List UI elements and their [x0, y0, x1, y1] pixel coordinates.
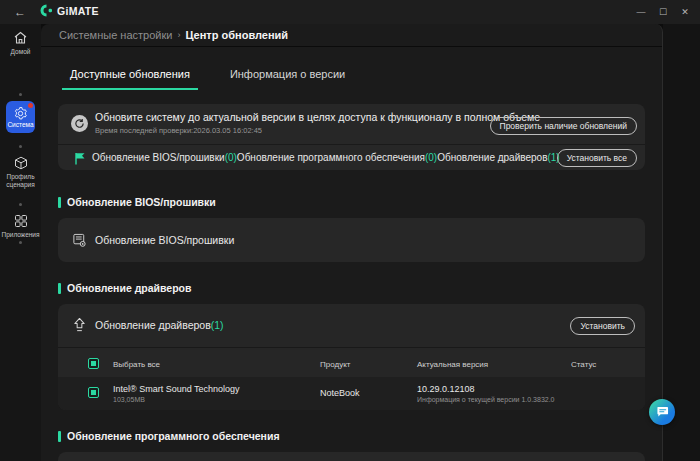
select-all-label: Выбрать все: [113, 360, 160, 369]
install-all-button[interactable]: Установить все: [557, 149, 637, 167]
last-check-time: Время последней проверки:2026.03.05 16:0…: [95, 126, 540, 135]
update-banner-card: Обновите систему до актуальной версии в …: [58, 104, 645, 170]
sidebar-item-scenario-profile[interactable]: Профиль сценария: [0, 156, 41, 189]
sidebar-item-label: Профиль сценария: [3, 173, 39, 189]
title-bar: ← GiMATE — ☐ ✕: [0, 0, 700, 24]
check-updates-button[interactable]: Проверить наличие обновлений: [490, 117, 637, 135]
summary-bios-label: Обновление BIOS/прошивки: [92, 152, 225, 163]
sync-icon: [71, 115, 88, 132]
notification-dot: [28, 103, 33, 108]
sidebar-item-label: Домой: [11, 48, 31, 56]
drivers-card-header: Обновление драйверов(1) Установить: [58, 304, 645, 347]
driver-upload-icon: [72, 317, 87, 333]
update-summary-text: Обновление BIOS/прошивки(0)Обновление пр…: [92, 152, 560, 163]
main-content: Системные настройки › Центр обновлений Д…: [41, 24, 663, 461]
summary-software-label: Обновление программного обеспечения: [237, 152, 425, 163]
right-gutter: [663, 24, 700, 461]
minimize-icon[interactable]: —: [630, 0, 652, 24]
tab-version-info[interactable]: Информация о версии: [222, 62, 353, 90]
sidebar-separator-dot: [19, 145, 22, 148]
gimate-logo-icon: [40, 4, 53, 17]
apps-grid-icon: [14, 214, 28, 228]
sidebar-item-label: Система: [7, 121, 33, 128]
cube-icon: [14, 156, 28, 170]
sidebar-item-system[interactable]: Система: [6, 101, 35, 133]
sidebar-item-label: Приложения: [1, 231, 39, 239]
drivers-section-header: Обновление драйверов: [58, 282, 191, 294]
window-controls: — ☐ ✕: [630, 0, 696, 24]
support-chat-button[interactable]: [649, 399, 675, 425]
sidebar-nav: Домой Система Профиль сценария: [0, 24, 41, 461]
home-icon: [13, 31, 28, 45]
bios-card-title: Обновление BIOS/прошивки: [95, 234, 234, 246]
driver-current-version: Информация о текущей версии 1.0.3832.0: [417, 396, 555, 403]
section-title: Обновление драйверов: [67, 282, 191, 294]
summary-drivers-label: Обновление драйверов: [437, 152, 547, 163]
sidebar-separator-dot: [19, 203, 22, 206]
driver-version-cell: 10.29.0.12108 Информация о текущей верси…: [417, 384, 555, 403]
drivers-count: (1): [211, 319, 224, 331]
column-status: Статус: [571, 360, 596, 369]
flag-icon: [74, 152, 86, 165]
bios-section-header: Обновление BIOS/прошивки: [58, 196, 216, 208]
summary-software-count: (0): [425, 152, 437, 163]
breadcrumb-separator: ›: [177, 30, 180, 40]
bios-update-card[interactable]: Обновление BIOS/прошивки: [58, 218, 645, 262]
app-logo: GiMATE: [40, 4, 99, 17]
sidebar-item-home[interactable]: Домой: [0, 31, 41, 56]
driver-table-row[interactable]: Intel® Smart Sound Technology 103,05MB N…: [58, 377, 645, 410]
driver-product-cell: NoteBook: [320, 388, 360, 398]
section-accent-bar: [58, 283, 61, 294]
sidebar-item-apps[interactable]: Приложения: [0, 214, 41, 239]
section-accent-bar: [58, 431, 61, 442]
driver-name: Intel® Smart Sound Technology: [113, 384, 240, 394]
select-all-checkbox[interactable]: [88, 358, 99, 369]
tab-available-updates[interactable]: Доступные обновления: [62, 62, 198, 90]
close-icon[interactable]: ✕: [674, 0, 696, 24]
section-title: Обновление BIOS/прошивки: [67, 196, 216, 208]
bios-firmware-icon: [72, 233, 87, 248]
install-drivers-button[interactable]: Установить: [570, 317, 635, 335]
software-update-card: [58, 452, 645, 461]
update-banner-title: Обновите систему до актуальной версии в …: [95, 111, 540, 123]
gear-icon: [14, 107, 27, 120]
drivers-card-title: Обновление драйверов(1): [95, 319, 224, 331]
sidebar-separator-dot: [19, 241, 22, 244]
page-title: Центр обновлений: [185, 29, 288, 41]
column-product: Продукт: [320, 360, 350, 369]
breadcrumb-parent[interactable]: Системные настройки: [59, 29, 172, 41]
driver-name-cell: Intel® Smart Sound Technology 103,05MB: [113, 384, 240, 403]
software-section-header: Обновление программного обеспечения: [58, 430, 280, 442]
update-banner-row: Обновите систему до актуальной версии в …: [58, 104, 645, 144]
update-summary-row: Обновление BIOS/прошивки(0)Обновление пр…: [58, 144, 645, 170]
app-logo-text: GiMATE: [57, 5, 99, 17]
tab-bar: Доступные обновления Информация о версии: [62, 62, 353, 90]
update-banner-texts: Обновите систему до актуальной версии в …: [95, 111, 540, 135]
drivers-update-card: Обновление драйверов(1) Установить Выбра…: [58, 304, 645, 410]
breadcrumb: Системные настройки › Центр обновлений: [41, 24, 662, 47]
section-title: Обновление программного обеспечения: [67, 430, 280, 442]
driver-version: 10.29.0.12108: [417, 384, 555, 394]
maximize-icon[interactable]: ☐: [652, 0, 674, 24]
driver-size: 103,05MB: [113, 396, 240, 403]
sidebar-separator-dot: [19, 93, 22, 96]
drivers-table-header: Выбрать все Продукт Актуальная версия Ст…: [58, 347, 645, 377]
back-button[interactable]: ←: [11, 4, 29, 20]
section-accent-bar: [58, 197, 61, 208]
driver-row-checkbox[interactable]: [88, 387, 99, 398]
update-center-window: ← GiMATE — ☐ ✕ Домой Система: [0, 0, 700, 461]
column-version: Актуальная версия: [417, 360, 488, 369]
chat-bubble-icon: [656, 406, 669, 418]
summary-bios-count: (0): [225, 152, 237, 163]
